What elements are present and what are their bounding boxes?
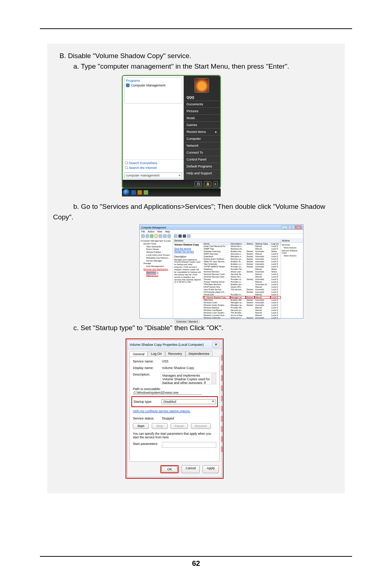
table-row[interactable]: Windows Connect Now...Act as a Reg...Man…	[203, 314, 281, 317]
start-service-icon[interactable]	[174, 234, 177, 238]
right-item[interactable]: Computer	[184, 135, 220, 142]
table-row[interactable]: Windows Color SystemThe WcsPlu...ManualL…	[203, 312, 281, 314]
table-row[interactable]: TPM Base ServicesEnables acc...Automatic…	[203, 283, 281, 286]
table-row[interactable]: WebClientEnables Win...StartedAutomaticL…	[203, 299, 281, 301]
right-item[interactable]: Help and Support	[184, 170, 220, 177]
tree-wmi[interactable]: WMI Control	[140, 275, 172, 278]
stop-service-link[interactable]: Stop the service	[174, 247, 201, 250]
tree-item[interactable]: Shared Folders	[140, 251, 172, 254]
minimize-button[interactable]: _	[281, 226, 288, 229]
up-icon[interactable]	[150, 234, 154, 238]
actions-item[interactable]: More Actions	[282, 246, 302, 249]
tab-recovery[interactable]: Recovery	[165, 351, 185, 356]
table-row[interactable]: TelephonyProvides Tel...ManualNetwo	[203, 268, 281, 271]
start-button[interactable]: Start	[133, 423, 149, 429]
stop-service-icon[interactable]	[178, 234, 182, 238]
close-button[interactable]: ×	[295, 226, 302, 229]
taskbar-item[interactable]	[143, 190, 148, 195]
right-item[interactable]: Music	[184, 114, 220, 121]
table-row[interactable]: User Profile ServiceThis service...Start…	[203, 288, 281, 291]
cancel-button[interactable]: Cancel	[181, 465, 200, 473]
export-icon[interactable]	[163, 234, 167, 238]
tree-item[interactable]: Reliability and Perform...	[140, 257, 172, 260]
right-item[interactable]: Games	[184, 121, 220, 128]
properties-icon[interactable]	[154, 234, 158, 238]
right-item[interactable]: Connect To	[184, 149, 220, 156]
tree-item[interactable]: Disk Management	[140, 265, 172, 268]
right-item[interactable]: Default Programs	[184, 163, 220, 170]
menu-action[interactable]: Action	[148, 230, 154, 233]
taskbar-item[interactable]	[131, 190, 136, 195]
tree-services[interactable]: Services 1.	[140, 271, 172, 275]
table-row[interactable]: Windows BackupProvides Wi...ManualLocal …	[203, 307, 281, 309]
clear-search-icon[interactable]: ×	[179, 174, 180, 177]
tab-general[interactable]: General	[130, 351, 148, 357]
table-row[interactable]: Thread Ordering ServerProvides or...Manu…	[203, 281, 281, 283]
right-item[interactable]: Pictures	[184, 108, 220, 114]
stop-button[interactable]: Stop	[152, 423, 168, 429]
restart-service-icon[interactable]	[187, 234, 191, 238]
services-table[interactable]: Name Description Status Startup Type Log…	[203, 243, 281, 319]
restart-service-link[interactable]: Restart the service	[174, 250, 201, 253]
user-name[interactable]: QQQ	[184, 94, 220, 101]
startup-type-select[interactable]: Disabled	[162, 399, 216, 404]
tree-services-apps[interactable]: Services and Applications	[140, 268, 172, 271]
tab-dependencies[interactable]: Dependencies	[185, 351, 213, 356]
right-item[interactable]: Network	[184, 142, 220, 149]
maximize-button[interactable]: □	[288, 226, 295, 229]
ok-button[interactable]: OK	[162, 466, 177, 472]
table-row[interactable]: Terminal ServicesAllows user...StartedAu…	[203, 271, 281, 273]
table-row[interactable]: Windows DefenderScan your c...StartedAut…	[203, 317, 281, 319]
right-item[interactable]: Recent Items▸	[184, 128, 220, 135]
shutdown-options-arrow[interactable]: ▸	[213, 181, 218, 186]
table-row[interactable]: UPnP Device HostAllows UPn...ManualLocal…	[203, 286, 281, 288]
program-item-computer-management[interactable]: Computer Management	[126, 84, 180, 87]
table-row[interactable]: System Event Notificat...Monitors sy...S…	[203, 258, 281, 260]
table-row[interactable]: Windows AudioManages au...StartedAutomat…	[203, 301, 281, 304]
search-internet-link[interactable]: Search the Internet	[125, 166, 181, 170]
table-row[interactable]: 2.Volume Shadow CopyManages an...Started…	[203, 296, 281, 299]
lock-button[interactable]: 🔒	[204, 181, 211, 186]
table-row[interactable]: Smart Card Removal Po...Allows the s...M…	[203, 245, 281, 248]
help-link[interactable]: Help me configure service startup option…	[133, 409, 191, 413]
tree-item[interactable]: Device Manager	[140, 260, 172, 263]
tree-item[interactable]: Task Scheduler	[140, 246, 172, 248]
actions-item[interactable]: Services	[282, 243, 302, 246]
table-row[interactable]: SSDP DiscoveryDiscovers n...StartedManua…	[203, 253, 281, 255]
apply-button[interactable]: Apply	[203, 465, 219, 473]
table-row[interactable]: Terminal Services Confi...Terminal Se...…	[203, 273, 281, 276]
table-row[interactable]: Windows CardSpaceSecurely en...ManualLoc…	[203, 309, 281, 312]
right-item[interactable]: Documents	[184, 101, 220, 108]
table-row[interactable]: Terminal Services User...Allows the r...…	[203, 276, 281, 278]
actions-item[interactable]: Volume Shadow Copy	[282, 249, 302, 254]
actions-item[interactable]: More Actions	[282, 254, 302, 257]
resume-button[interactable]: Resume	[191, 423, 211, 429]
close-button[interactable]: ✕	[212, 342, 220, 348]
power-button[interactable]: ⏻	[195, 181, 202, 186]
forward-icon[interactable]	[146, 234, 149, 238]
pause-service-icon[interactable]	[183, 234, 186, 238]
table-row[interactable]: Software LicensingEnables the...StartedA…	[203, 250, 281, 253]
right-item[interactable]: Control Panel	[184, 156, 220, 163]
table-row[interactable]: ThemesProvides us...StartedAutomaticLoca…	[203, 278, 281, 281]
table-row[interactable]: Virtual DiskProvides m...ManualLocal S	[203, 293, 281, 296]
table-row[interactable]: Task SchedulerEnables a u...StartedAutom…	[203, 263, 281, 265]
menu-view[interactable]: View	[157, 230, 162, 233]
table-row[interactable]: SNMP TrapReceives tra...ManualLocal S	[203, 248, 281, 250]
tab-logon[interactable]: Log On	[148, 351, 165, 356]
tree-item[interactable]: Local Users and Groups	[140, 254, 172, 257]
pause-button[interactable]: Pause	[171, 423, 188, 429]
tree-item[interactable]: Event Viewer	[140, 248, 172, 251]
start-parameters-input[interactable]	[162, 442, 216, 448]
refresh-icon[interactable]	[159, 234, 162, 238]
start-search-input[interactable]: computer management ×	[124, 173, 182, 178]
table-row[interactable]: VIA Karaoke digital mix...StartedAutomat…	[203, 291, 281, 293]
table-row[interactable]: Tablet PC Input ServiceEnables Ta...Star…	[203, 260, 281, 263]
table-row[interactable]: Windows Audio Endpoi...Manages au...Star…	[203, 304, 281, 307]
tree-root[interactable]: Computer Management (Local)	[140, 240, 172, 243]
tree-system-tools[interactable]: System Tools	[140, 243, 172, 246]
taskbar-item[interactable]	[137, 190, 142, 195]
start-orb-icon[interactable]	[123, 189, 130, 196]
description-box[interactable]: Manages and implements Volume Shadow Cop…	[161, 373, 216, 384]
table-row[interactable]: SuperfetchMaintains a...StartedAutomatic…	[203, 255, 281, 258]
